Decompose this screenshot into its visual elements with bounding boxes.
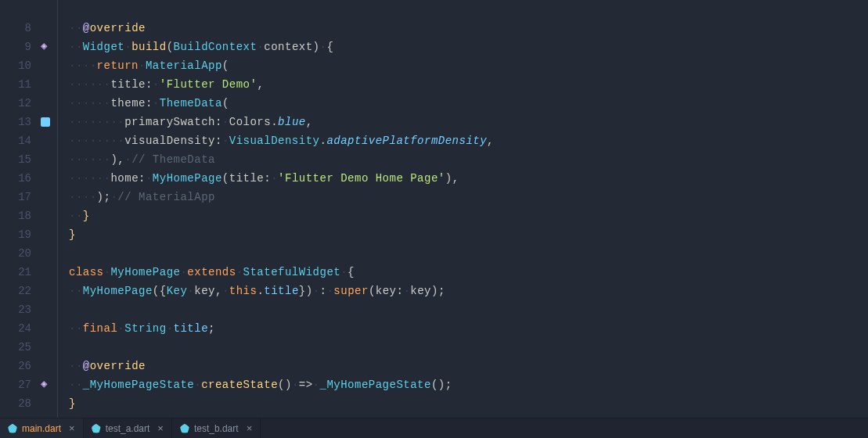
dart-file-icon: [8, 424, 17, 433]
code-line[interactable]: }: [69, 394, 868, 413]
breakpoint-gutter[interactable]: ◈ ◈: [39, 0, 53, 418]
line-number: [0, 0, 36, 19]
tab-label: main.dart: [22, 423, 61, 434]
code-line[interactable]: [69, 0, 868, 19]
dart-file-icon: [92, 424, 101, 433]
code-line[interactable]: [69, 300, 868, 319]
tab-test-b-dart[interactable]: test_b.dart ×: [172, 418, 261, 438]
line-number: 23: [0, 300, 36, 319]
tab-bar: main.dart × test_a.dart × test_b.dart ×: [0, 418, 868, 438]
code-line[interactable]: ······),·// ThemeData: [69, 150, 868, 169]
close-icon[interactable]: ×: [157, 422, 164, 434]
code-line[interactable]: ··final·String·title;: [69, 319, 868, 338]
code-line[interactable]: class·MyHomePage·extends·StatefulWidget·…: [69, 263, 868, 282]
tab-label: test_a.dart: [106, 423, 150, 434]
code-editor[interactable]: 8 9 10 11 12 13 14 15 16 17 18 19 20 21 …: [0, 0, 868, 418]
tab-main-dart[interactable]: main.dart ×: [0, 418, 84, 438]
line-number: 11: [0, 75, 36, 94]
fold-gutter[interactable]: [53, 0, 63, 418]
line-number: 21: [0, 263, 36, 282]
line-number: 27: [0, 375, 36, 394]
code-line[interactable]: ··Widget·build(BuildContext·context)·{: [69, 38, 868, 56]
line-number: 18: [0, 206, 36, 225]
close-icon[interactable]: ×: [247, 422, 253, 434]
code-area[interactable]: ··@override ··Widget·build(BuildContext·…: [63, 0, 868, 418]
dart-file-icon: [180, 424, 189, 433]
line-number: 13: [0, 113, 36, 131]
line-number: 9: [0, 38, 36, 56]
code-line[interactable]: ········visualDensity:·VisualDensity.ada…: [69, 131, 868, 150]
tab-label: test_b.dart: [194, 423, 239, 434]
line-number-gutter: 8 9 10 11 12 13 14 15 16 17 18 19 20 21 …: [0, 0, 39, 418]
code-line[interactable]: ··MyHomePage({Key·key,·this.title})·:·su…: [69, 282, 868, 300]
code-line[interactable]: [69, 244, 868, 263]
line-number: 24: [0, 319, 36, 338]
code-line[interactable]: }: [69, 225, 868, 244]
code-line[interactable]: ··_MyHomePageState·createState()·=>·_MyH…: [69, 375, 868, 394]
line-number: 10: [0, 56, 36, 75]
line-number: 25: [0, 338, 36, 357]
code-line[interactable]: ··@override: [69, 357, 868, 375]
code-line[interactable]: ··@override: [69, 19, 868, 38]
code-line[interactable]: [69, 338, 868, 357]
line-number: 20: [0, 244, 36, 263]
line-number: 28: [0, 394, 36, 413]
close-icon[interactable]: ×: [69, 422, 75, 434]
line-number: 15: [0, 150, 36, 169]
code-line[interactable]: ········primarySwatch:·Colors.blue,: [69, 113, 868, 131]
code-line[interactable]: ······home:·MyHomePage(title:·'Flutter D…: [69, 169, 868, 188]
breakpoint-icon[interactable]: [41, 117, 50, 127]
code-line[interactable]: ······title:·'Flutter Demo',: [69, 75, 868, 94]
line-number: 22: [0, 282, 36, 300]
code-line[interactable]: ··}: [69, 206, 868, 225]
code-line[interactable]: ······theme:·ThemeData(: [69, 94, 868, 113]
line-number: 26: [0, 357, 36, 375]
line-number: 17: [0, 188, 36, 206]
line-number: 8: [0, 19, 36, 38]
line-number: 19: [0, 225, 36, 244]
line-number: 16: [0, 169, 36, 188]
line-number: 12: [0, 94, 36, 113]
tab-test-a-dart[interactable]: test_a.dart ×: [84, 418, 172, 438]
code-line[interactable]: ····return·MaterialApp(: [69, 56, 868, 75]
line-number: 14: [0, 131, 36, 150]
code-line[interactable]: ····);·// MaterialApp: [69, 188, 868, 206]
